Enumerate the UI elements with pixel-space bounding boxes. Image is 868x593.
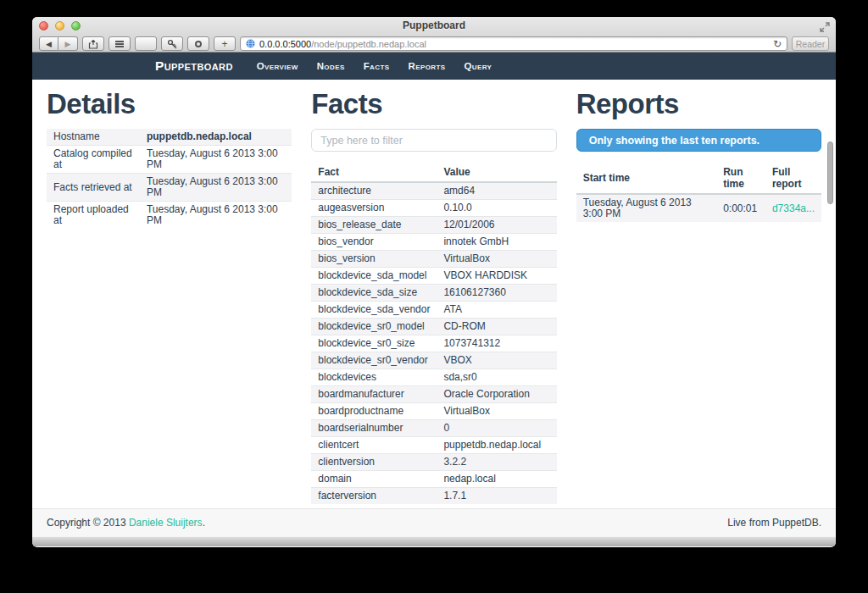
fact-row: blockdevice_sr0_vendorVBOX — [311, 352, 556, 369]
navbar-menu: OverviewNodesFactsReportsQuery — [248, 61, 502, 71]
blank-toolbar-button[interactable] — [135, 36, 157, 51]
fullscreen-icon[interactable] — [820, 20, 830, 30]
circle-icon — [195, 41, 202, 47]
share-icon — [88, 39, 98, 49]
copyright-text: Copyright © 2013 Daniele Sluijters. — [47, 517, 205, 529]
browser-window: Puppetboard ◀ ▶ + — [32, 17, 836, 547]
fact-name: augeasversion — [311, 200, 437, 217]
fact-name: blockdevices — [311, 369, 437, 386]
refresh-icon[interactable]: ↻ — [773, 39, 782, 49]
reading-list-button[interactable] — [108, 36, 131, 51]
report-run-time: 0:00:01 — [716, 194, 765, 222]
fact-row: bios_release_date12/01/2006 — [311, 217, 556, 234]
fact-row: blockdevice_sda_vendorATA — [311, 302, 556, 319]
report-row: Tuesday, August 6 2013 3:00 PM0:00:01d73… — [576, 194, 821, 222]
minimize-button[interactable] — [55, 21, 64, 30]
fact-row: boardmanufacturerOracle Corporation — [311, 386, 556, 403]
details-label: Facts retrieved at — [47, 174, 140, 202]
reports-col-start-time: Start time — [576, 163, 717, 194]
keychain-button[interactable] — [161, 36, 183, 51]
reports-table: Start time Run time Full report Tuesday,… — [576, 163, 821, 222]
fact-value: puppetdb.nedap.local — [437, 437, 556, 454]
details-value: Tuesday, August 6 2013 3:00 PM — [140, 174, 292, 202]
facts-col-value: Value — [437, 163, 556, 182]
details-row: Facts retrieved atTuesday, August 6 2013… — [47, 174, 292, 202]
page-content: Details Hostnamepuppetdb.nedap.localCata… — [32, 80, 836, 508]
window-title: Puppetboard — [32, 17, 836, 35]
nav-item-overview[interactable]: Overview — [248, 61, 308, 71]
address-bar[interactable]: 0.0.0.0:5000/node/puppetdb.nedap.local ↻ — [240, 36, 787, 51]
fact-name: bios_version — [311, 251, 437, 268]
details-label: Hostname — [47, 129, 140, 146]
fact-name: clientversion — [311, 454, 437, 471]
fact-value: amd64 — [437, 182, 556, 200]
nav-item-facts[interactable]: Facts — [354, 61, 399, 71]
details-table: Hostnamepuppetdb.nedap.localCatalog comp… — [47, 129, 292, 229]
fact-value: 1.7.1 — [437, 488, 556, 505]
title-bar[interactable]: Puppetboard — [32, 17, 836, 35]
author-link[interactable]: Daniele Sluijters — [129, 517, 203, 529]
report-full-report-cell: d7334a... — [765, 194, 821, 222]
fact-name: boardserialnumber — [311, 420, 437, 437]
fact-row: blockdevice_sr0_size1073741312 — [311, 335, 556, 352]
details-label: Report uploaded at — [47, 202, 140, 230]
fact-row: blockdevice_sda_modelVBOX HARDDISK — [311, 268, 556, 285]
fact-name: architecture — [311, 182, 437, 200]
close-button[interactable] — [39, 21, 48, 30]
page-scrollbar[interactable] — [827, 141, 833, 204]
reading-list-icon — [115, 41, 124, 47]
fact-name: clientcert — [311, 437, 437, 454]
nav-item-reports[interactable]: Reports — [398, 61, 454, 71]
live-from-text: Live from PuppetDB. — [727, 517, 821, 529]
fact-name: blockdevice_sda_model — [311, 268, 437, 285]
fact-row: blockdevice_sr0_modelCD-ROM — [311, 319, 556, 335]
nav-item-query[interactable]: Query — [454, 61, 501, 71]
fact-name: blockdevice_sr0_model — [311, 319, 437, 335]
fact-value: 16106127360 — [437, 285, 556, 302]
fact-name: boardproductname — [311, 403, 437, 420]
back-button[interactable]: ◀ — [39, 36, 58, 51]
reader-button[interactable]: Reader — [792, 36, 829, 51]
forward-button[interactable]: ▶ — [58, 36, 78, 51]
report-link[interactable]: d7334a... — [772, 202, 815, 214]
fact-row: blockdevicessda,sr0 — [311, 369, 556, 386]
fact-value: VBOX HARDDISK — [437, 268, 556, 285]
details-section: Details Hostnamepuppetdb.nedap.localCata… — [47, 90, 292, 508]
fact-row: blockdevice_sda_size16106127360 — [311, 285, 556, 302]
globe-icon — [246, 39, 255, 48]
fact-value: innotek GmbH — [437, 234, 556, 251]
facts-filter-input[interactable] — [311, 129, 556, 152]
maximize-button[interactable] — [71, 21, 81, 30]
facts-table: Fact Value architectureamd64augeasversio… — [311, 163, 556, 504]
fact-row: bios_vendorinnotek GmbH — [311, 234, 556, 251]
fact-value: 0.10.0 — [437, 200, 556, 217]
fact-value: VBOX — [437, 352, 556, 369]
new-tab-button[interactable]: + — [214, 36, 236, 51]
fact-name: blockdevice_sda_vendor — [311, 302, 437, 319]
nav-item-nodes[interactable]: Nodes — [308, 61, 354, 71]
fact-value: VirtualBox — [437, 251, 556, 268]
window-bottom-edge — [32, 536, 836, 546]
fact-name: blockdevice_sr0_size — [311, 335, 437, 352]
page-footer: Copyright © 2013 Daniele Sluijters. Live… — [32, 508, 836, 536]
fact-name: blockdevice_sr0_vendor — [311, 352, 437, 369]
app-navbar: Puppetboard OverviewNodesFactsReportsQue… — [32, 53, 836, 80]
fact-row: facterversion1.7.1 — [311, 488, 556, 505]
fact-row: clientcertpuppetdb.nedap.local — [311, 437, 556, 454]
facts-section: Facts Fact Value architectureamd64augeas… — [311, 90, 556, 508]
privacy-button[interactable] — [187, 36, 209, 51]
navbar-brand[interactable]: Puppetboard — [155, 58, 233, 74]
fact-value: VirtualBox — [437, 403, 556, 420]
fact-value: nedap.local — [437, 471, 556, 488]
share-button[interactable] — [82, 36, 104, 51]
reports-col-run-time: Run time — [716, 163, 765, 194]
fact-value: 0 — [437, 420, 556, 437]
facts-col-fact: Fact — [311, 163, 437, 182]
browser-chrome: Puppetboard ◀ ▶ + — [32, 17, 836, 53]
fact-row: augeasversion0.10.0 — [311, 200, 556, 217]
report-start-time: Tuesday, August 6 2013 3:00 PM — [576, 194, 717, 222]
details-value: Tuesday, August 6 2013 3:00 PM — [140, 202, 292, 230]
details-value: Tuesday, August 6 2013 3:00 PM — [140, 146, 292, 174]
reports-section: Reports Only showing the last ten report… — [576, 90, 821, 508]
reports-title: Reports — [576, 90, 821, 119]
